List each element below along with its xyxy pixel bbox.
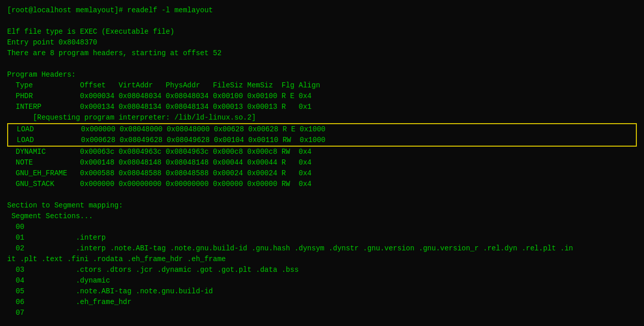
program-headers-count-line: There are 8 program headers, starting at… bbox=[7, 48, 637, 59]
row-dynamic: DYNAMIC 0x00063c 0x0804963c 0x0804963c 0… bbox=[7, 147, 637, 157]
row-interp: INTERP 0x000134 0x08048134 0x08048134 0x… bbox=[7, 102, 637, 112]
row-interp-req: [Requesting program interpreter: /lib/ld… bbox=[7, 112, 637, 123]
prompt-line: [root@localhost memlayout]# readelf -l m… bbox=[7, 5, 637, 16]
seg06: 06 .eh_frame_hdr bbox=[7, 297, 637, 308]
program-headers-label: Program Headers: bbox=[7, 69, 637, 80]
row-load1: LOAD 0x000000 0x08048000 0x08048000 0x00… bbox=[8, 124, 636, 135]
row-load2: LOAD 0x000628 0x08049628 0x08049628 0x00… bbox=[8, 135, 636, 146]
row-phdr: PHDR 0x000034 0x08048034 0x08048034 0x00… bbox=[7, 91, 637, 102]
seg04: 04 .dynamic bbox=[7, 275, 637, 286]
seg02b: it .plt .text .fini .rodata .eh_frame_hd… bbox=[7, 254, 637, 265]
seg00: 00 bbox=[7, 222, 637, 232]
blank3 bbox=[7, 190, 637, 200]
row-gnu-stack: GNU_STACK 0x000000 0x00000000 0x00000000… bbox=[7, 179, 637, 190]
seg01: 01 .interp bbox=[7, 232, 637, 243]
column-headers: Type Offset VirtAddr PhysAddr FileSiz Me… bbox=[7, 80, 637, 91]
seg07: 07 bbox=[7, 308, 637, 318]
blank1 bbox=[7, 16, 637, 27]
section-mapping: Section to Segment mapping: bbox=[7, 200, 637, 211]
entry-point-line: Entry point 0x8048370 bbox=[7, 37, 637, 48]
terminal: [root@localhost memlayout]# readelf -l m… bbox=[7, 5, 637, 318]
seg05: 05 .note.ABI-tag .note.gnu.build-id bbox=[7, 286, 637, 297]
segment-sections: Segment Sections... bbox=[7, 211, 637, 222]
seg03: 03 .ctors .dtors .jcr .dynamic .got .got… bbox=[7, 265, 637, 275]
seg02: 02 .interp .note.ABI-tag .note.gnu.build… bbox=[7, 243, 637, 254]
load-highlight-box: LOAD 0x000000 0x08048000 0x08048000 0x00… bbox=[7, 123, 637, 147]
elf-type-line: Elf file type is EXEC (Executable file) bbox=[7, 27, 637, 37]
blank2 bbox=[7, 59, 637, 69]
row-note: NOTE 0x000148 0x08048148 0x08048148 0x00… bbox=[7, 157, 637, 168]
row-gnu-eh: GNU_EH_FRAME 0x000588 0x08048588 0x08048… bbox=[7, 168, 637, 179]
